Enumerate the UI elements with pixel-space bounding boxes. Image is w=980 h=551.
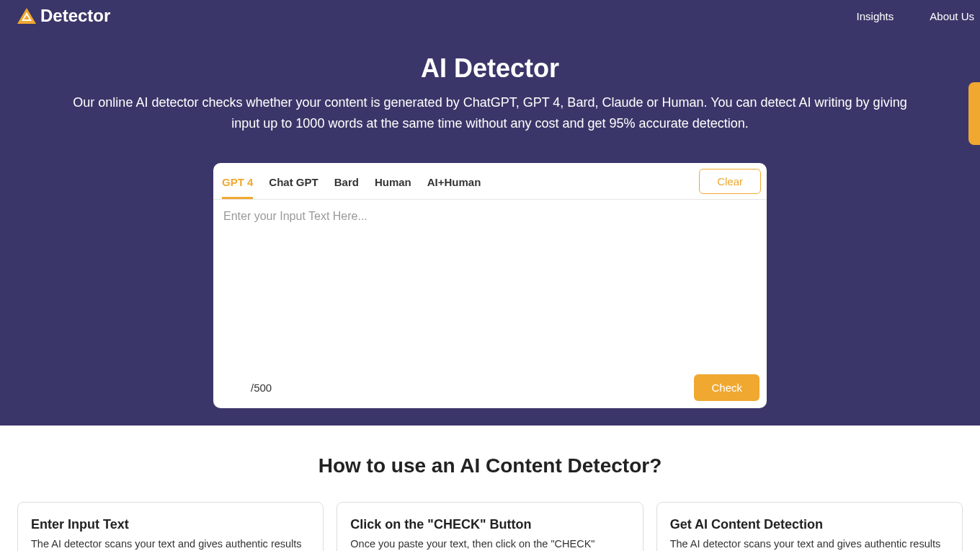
card-desc: The AI detector scans your text and give…	[670, 537, 949, 551]
logo[interactable]: Detector	[17, 6, 110, 26]
clear-button[interactable]: Clear	[699, 169, 761, 194]
card-title: Enter Input Text	[31, 517, 310, 532]
feedback-tab[interactable]	[968, 82, 980, 145]
check-button[interactable]: Check	[694, 374, 760, 401]
howto-section: How to use an AI Content Detector? Enter…	[0, 426, 980, 551]
page-description: Our online AI detector checks whether yo…	[63, 92, 917, 134]
tab-chatgpt[interactable]: Chat GPT	[269, 169, 318, 199]
card-desc: Once you paste your text, then click on …	[350, 537, 629, 551]
tab-human[interactable]: Human	[375, 169, 411, 199]
word-counter: /500	[251, 382, 272, 394]
card-desc: The AI detector scans your text and give…	[31, 537, 310, 551]
card-step-1: Enter Input Text The AI detector scans y…	[17, 502, 324, 551]
hero: AI Detector Our online AI detector check…	[0, 32, 980, 163]
panel-footer: /500 Check	[213, 367, 767, 408]
cards-container: Enter Input Text The AI detector scans y…	[17, 502, 963, 551]
brand-name: Detector	[40, 6, 110, 26]
panel-header: GPT 4 Chat GPT Bard Human AI+Human Clear	[213, 163, 767, 200]
nav-insights[interactable]: Insights	[857, 10, 894, 22]
textarea-wrapper	[213, 200, 767, 367]
text-input[interactable]	[213, 200, 767, 364]
nav: Insights About Us	[857, 10, 974, 22]
model-tabs: GPT 4 Chat GPT Bard Human AI+Human	[222, 169, 481, 199]
tab-aihuman[interactable]: AI+Human	[427, 169, 481, 199]
card-title: Get AI Content Detection	[670, 517, 949, 532]
nav-about[interactable]: About Us	[930, 10, 974, 22]
tab-bard[interactable]: Bard	[334, 169, 359, 199]
card-title: Click on the "CHECK" Button	[350, 517, 629, 532]
page-title: AI Detector	[63, 53, 917, 84]
logo-icon	[17, 8, 36, 24]
tab-gpt4[interactable]: GPT 4	[222, 169, 253, 199]
section-title: How to use an AI Content Detector?	[17, 454, 963, 477]
card-step-2: Click on the "CHECK" Button Once you pas…	[337, 502, 643, 551]
detector-panel: GPT 4 Chat GPT Bard Human AI+Human Clear…	[213, 163, 767, 408]
card-step-3: Get AI Content Detection The AI detector…	[656, 502, 963, 551]
header: Detector Insights About Us	[0, 0, 980, 32]
